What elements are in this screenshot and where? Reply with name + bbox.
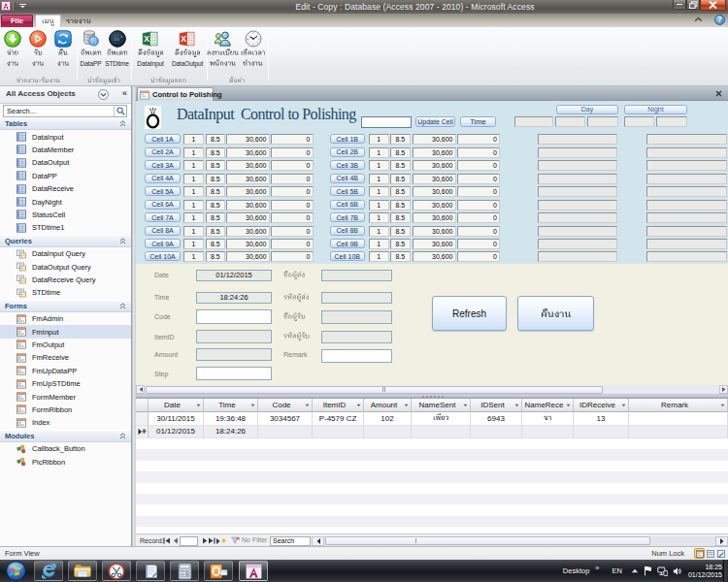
cell-field-10a-v4[interactable]: 0 — [271, 251, 314, 262]
cell-field-2b-v2[interactable]: 8.5 — [390, 147, 411, 158]
cell-field-3a-v1[interactable]: 1 — [183, 160, 204, 171]
field-id-sent[interactable] — [321, 292, 392, 305]
form-view-button[interactable] — [694, 548, 705, 559]
update-cell-input[interactable] — [361, 116, 412, 128]
cell-field-8b-v2[interactable]: 8.5 — [390, 226, 411, 237]
search-input[interactable]: Search... — [3, 105, 127, 117]
nav-item-fmupstdtime[interactable]: FmUpSTDtime — [0, 377, 131, 390]
cell-field-8a-v3[interactable]: 30,600 — [226, 226, 270, 237]
cell-field-8a-v1[interactable]: 1 — [183, 226, 204, 237]
cell-field-9b-v3[interactable]: 30,600 — [413, 239, 456, 249]
cell-button-2a[interactable]: Cell 2A — [145, 147, 181, 157]
taskbar-outlook-button[interactable] — [204, 561, 233, 581]
row-selector[interactable] — [136, 412, 149, 426]
cell-field-8b-v4[interactable]: 0 — [457, 226, 501, 237]
ribbon-collapse-button[interactable] — [694, 16, 703, 22]
nav-item-daynight[interactable]: DayNight — [0, 195, 131, 208]
cell-field-3b-v4[interactable]: 0 — [457, 160, 501, 171]
cell-field-9b-v1[interactable]: 1 — [369, 239, 389, 249]
nav-section-queries[interactable]: Queries — [0, 235, 131, 247]
day-night-field-3[interactable] — [587, 116, 618, 128]
cell-field-7a-v1[interactable]: 1 — [183, 212, 204, 223]
taskbar-access-button[interactable] — [239, 561, 268, 581]
export-datainput-button[interactable]: XDataInput — [132, 28, 169, 82]
ds-scroll-thumb[interactable] — [325, 536, 650, 545]
start-button[interactable] — [2, 560, 29, 582]
cell-field-3b-v1[interactable]: 1 — [369, 160, 389, 171]
scroll-right-arrow[interactable] — [719, 385, 728, 394]
cell-field-4a-v1[interactable]: 1 — [183, 174, 204, 184]
cell-field-5b-v1[interactable]: 1 — [369, 186, 389, 197]
cell-field-5a-v3[interactable]: 30,600 — [226, 186, 270, 197]
ds-scroll-right-arrow[interactable] — [715, 536, 728, 546]
cell-field-2a-v4[interactable]: 0 — [271, 147, 314, 158]
update-stdtime-button[interactable]: 0:0STDtime — [104, 28, 130, 82]
cell-field-2b-v3[interactable]: 30,600 — [413, 147, 456, 158]
cell-field-5b-v2[interactable]: 8.5 — [390, 186, 411, 197]
network-icon[interactable] — [657, 566, 668, 576]
cell-field-10b-v1[interactable]: 1 — [369, 251, 389, 262]
day-column-field-7[interactable] — [538, 212, 617, 223]
column-header-time[interactable]: Time — [204, 399, 258, 412]
taskbar-clock[interactable]: 18:25 01/12/2015 — [688, 564, 722, 579]
cell-field-8a-v4[interactable]: 0 — [271, 226, 314, 237]
nav-item-fmreceive[interactable]: FmReceive — [0, 351, 131, 364]
close-button[interactable] — [700, 0, 726, 11]
column-header-namesent[interactable]: NameSent — [412, 399, 471, 412]
day-column-field-5[interactable] — [538, 186, 617, 197]
cell-field-2b-v1[interactable]: 1 — [369, 147, 389, 158]
cell-button-1a[interactable]: Cell 1A — [145, 134, 181, 144]
column-header-idreceive[interactable]: IDReceive — [574, 399, 629, 412]
datasheet-cell[interactable]: 6943 — [471, 412, 522, 426]
field-time[interactable]: 18:24:26 — [196, 292, 272, 305]
cell-field-1a-v1[interactable]: 1 — [183, 134, 204, 145]
column-header-code[interactable]: Code — [258, 399, 313, 412]
column-dropdown-icon[interactable] — [404, 404, 411, 407]
cell-field-7b-v3[interactable]: 30,600 — [413, 212, 456, 223]
night-column-field-1[interactable] — [646, 134, 727, 145]
day-column-field-4[interactable] — [538, 174, 617, 184]
cell-field-2b-v4[interactable]: 0 — [457, 147, 501, 158]
cell-field-9a-v2[interactable]: 8.5 — [206, 239, 226, 249]
language-indicator[interactable]: EN — [612, 566, 622, 575]
nav-item-datareceive[interactable]: DataReceive — [0, 182, 131, 195]
cell-button-6b[interactable]: Cell 6B — [330, 200, 365, 210]
field-step[interactable] — [196, 367, 272, 380]
cell-field-7a-v2[interactable]: 8.5 — [206, 212, 226, 223]
filter-indicator[interactable]: No Filter — [230, 536, 267, 544]
new-record-button[interactable] — [215, 536, 226, 545]
tray-expand-icon[interactable] — [631, 568, 639, 573]
nav-item-fmupdatapp[interactable]: FmUpDataPP — [0, 365, 131, 377]
column-header-amount[interactable]: Amount — [364, 399, 412, 412]
nav-section-tables[interactable]: Tables — [0, 117, 131, 130]
cell-button-9b[interactable]: Cell 9B — [330, 239, 365, 248]
cell-field-6a-v4[interactable]: 0 — [271, 200, 314, 210]
receive-work-button[interactable] — [25, 28, 50, 82]
field-remark[interactable] — [321, 349, 392, 364]
cell-field-4a-v3[interactable]: 30,600 — [226, 174, 270, 184]
cell-field-6a-v1[interactable]: 1 — [183, 200, 204, 210]
cell-field-6b-v3[interactable]: 30,600 — [413, 200, 456, 210]
datasheet-view-button[interactable] — [705, 548, 715, 559]
cell-button-8b[interactable]: Cell 8B — [330, 226, 365, 236]
nav-item-formmember[interactable]: FormMember — [0, 390, 131, 403]
cell-field-9a-v3[interactable]: 30,600 — [226, 239, 270, 249]
datasheet-cell[interactable] — [629, 426, 728, 439]
taskbar-explorer-folder-button[interactable] — [68, 561, 97, 581]
nav-item-stdtime[interactable]: STDtime — [0, 286, 131, 299]
cell-button-10b[interactable]: Cell 10B — [330, 251, 365, 261]
datasheet-cell[interactable] — [364, 426, 412, 439]
nav-section-forms[interactable]: Forms — [0, 300, 131, 312]
cell-button-8a[interactable]: Cell 8A — [145, 226, 181, 236]
cell-field-4b-v4[interactable]: 0 — [457, 174, 501, 184]
night-column-field-8[interactable] — [646, 226, 727, 237]
nav-item-datainput[interactable]: DataInput — [0, 130, 131, 143]
day-button[interactable]: Day — [556, 105, 618, 114]
cell-field-6b-v1[interactable]: 1 — [369, 200, 389, 210]
cell-field-9a-v1[interactable]: 1 — [183, 239, 204, 249]
nav-item-stdtime1[interactable]: STDtime1 — [0, 221, 131, 234]
tab-reports[interactable] — [62, 15, 95, 27]
cell-field-1b-v4[interactable]: 0 — [457, 134, 501, 145]
cell-field-8b-v1[interactable]: 1 — [369, 226, 389, 237]
column-dropdown-icon[interactable] — [356, 404, 363, 407]
